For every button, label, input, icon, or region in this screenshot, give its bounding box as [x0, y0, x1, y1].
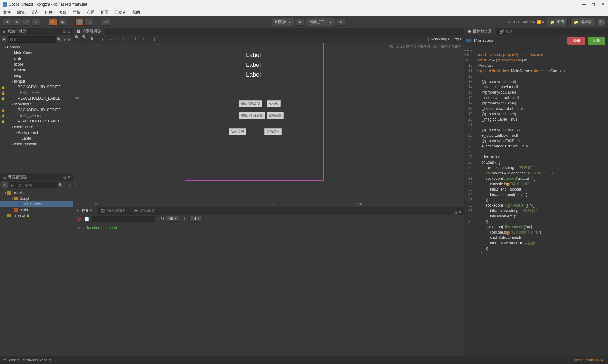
filter-icon[interactable]: ▾ [69, 183, 71, 187]
services-tab[interactable]: 🔗服务 [496, 28, 517, 35]
world-button[interactable]: 🌐 [75, 19, 84, 26]
3d-button[interactable]: 3D [102, 19, 110, 26]
regex-toggle[interactable]: 正则 [157, 216, 164, 221]
zoom-fit-icon[interactable]: 🔍 [89, 36, 96, 42]
collapse-icon[interactable]: ⟳ [67, 37, 71, 42]
scale-tool-button[interactable]: ⤢ [22, 19, 30, 26]
align-left-icon[interactable]: |⫞ [100, 36, 107, 42]
tree-item[interactable]: ctrscore [0, 67, 73, 73]
move-tool-button[interactable]: ✥ [3, 19, 11, 26]
anchor-center-button[interactable]: ⊕ [49, 19, 57, 26]
undo-button[interactable]: 撤销 [567, 37, 585, 45]
log-level-select[interactable]: All▾ [166, 216, 179, 222]
console-filter-input[interactable] [92, 216, 155, 222]
refresh-button[interactable]: ↻ [337, 19, 345, 26]
menu-project[interactable]: 项目 [58, 9, 68, 16]
preview-select[interactable]: 浏览器▾ [272, 18, 294, 26]
open-log-button[interactable]: 📄 [84, 216, 90, 222]
animation-tab[interactable]: 🎬动画编辑器 [97, 207, 130, 215]
tree-item[interactable]: ▾checkscore [0, 124, 73, 130]
menu-node[interactable]: 节点 [30, 9, 40, 16]
panel-pop-icon[interactable]: ⧉ [63, 175, 66, 179]
search-icon[interactable]: 🔍 [58, 183, 63, 187]
maximize-button[interactable]: ◻ [591, 2, 596, 7]
code-editor[interactable]: 1 2 3 4 5 6 7 8 9 10 11 12 13 14 15 16 1… [464, 46, 608, 356]
tree-item[interactable]: ▾Canvas [0, 44, 73, 50]
preview-tab[interactable]: 🎮游戏预览 [130, 207, 159, 215]
close-button[interactable]: ✕ [600, 2, 605, 7]
code-body[interactable]: const {ccclass, property} = cc._decorato… [475, 46, 608, 356]
align-vcenter-icon[interactable]: ⊢ [133, 36, 140, 42]
scene-widget[interactable]: 填输入改正分数 [239, 112, 265, 119]
text-size-icon[interactable]: T [181, 216, 187, 222]
tree-item[interactable]: ▾assets [0, 190, 73, 196]
distribute-h-icon[interactable]: || [152, 36, 158, 42]
menu-layout[interactable]: 布局 [86, 9, 96, 16]
tree-item[interactable]: ▸checkctrscore [0, 141, 73, 147]
tree-item[interactable]: score [0, 61, 73, 67]
hierarchy-search-input[interactable] [8, 36, 56, 43]
sort-icon[interactable]: ↕ [65, 183, 67, 187]
align-right-icon[interactable]: ⫞| [115, 36, 121, 42]
panel-menu-icon[interactable]: ≡ [68, 29, 70, 34]
anchor-local-button[interactable]: ◉ [58, 19, 66, 26]
scene-widget[interactable]: 填输入玩家ID [239, 100, 262, 107]
panel-menu-icon[interactable]: ≡ [68, 175, 70, 179]
scene-label[interactable]: Label [246, 61, 261, 68]
align-hcenter-icon[interactable]: ⫞|⫞ [108, 36, 114, 42]
menu-file[interactable]: 文件 [2, 9, 12, 16]
scene-tab[interactable]: 🖼场景编辑器 [73, 27, 105, 35]
align-bottom-icon[interactable]: ⊥ [141, 36, 147, 42]
scene-view[interactable]: 使用鼠标右键平移视窗焦点，使用滚轮缩放视图 Label Label Label … [73, 43, 464, 207]
align-top-icon[interactable]: ⊤ [126, 36, 132, 42]
tree-item[interactable]: 🔒BACKGROUND_SPRITE [0, 107, 73, 113]
panel-pop-icon[interactable]: ⧉ [454, 210, 457, 215]
tree-item[interactable]: Main Camera [0, 50, 73, 56]
tree-item[interactable]: 🔒PLACEHOLDER_LABEL [0, 118, 73, 124]
project-button[interactable]: 📁 项目 [547, 18, 568, 26]
scene-widget[interactable]: 直测分数 [267, 112, 284, 119]
rotate-tool-button[interactable]: ⟲ [13, 19, 21, 26]
scene-label[interactable]: Label [246, 52, 261, 59]
local-button[interactable]: ⬚ [85, 19, 93, 26]
tree-item[interactable]: 🔒TEXT_LABEL [0, 90, 73, 96]
minimize-button[interactable]: — [581, 2, 586, 7]
tree-item[interactable]: ▾idinput [0, 78, 73, 84]
assets-search-input[interactable] [9, 182, 57, 188]
menu-help[interactable]: 帮助 [131, 9, 141, 16]
tree-item[interactable]: main [0, 207, 73, 213]
tree-item[interactable]: 🔒PLACEHOLDER_LABEL [0, 96, 73, 101]
filter-icon[interactable]: ▾ [64, 37, 66, 42]
tree-item[interactable]: ▸internal🔒 [0, 213, 73, 218]
panel-pop-icon[interactable]: ⧉ [63, 29, 66, 34]
menu-component[interactable]: 组件 [44, 9, 54, 16]
zoom-in-icon[interactable]: 🔍+ [82, 36, 88, 42]
tree-item[interactable]: msg [0, 73, 73, 78]
menu-extension[interactable]: 扩展 [99, 9, 110, 16]
camera-icon[interactable]: 📷 ▾ [454, 37, 462, 41]
tree-item[interactable]: 🔒TEXT_LABEL [0, 113, 73, 118]
help-button[interactable]: ? [598, 19, 605, 26]
rendering-select[interactable]: Rendering ▾ [431, 37, 450, 41]
tree-item-selected[interactable]: MainScene [0, 201, 73, 207]
tree-item[interactable]: ▾scoreinput [0, 101, 73, 107]
font-size-select[interactable]: 14▾ [189, 216, 203, 222]
console-tab[interactable]: ›_控制台 [73, 207, 97, 215]
scene-widget[interactable]: 点分数 [267, 100, 281, 107]
clear-console-button[interactable]: 🚫 [75, 216, 82, 222]
tree-item[interactable]: state [0, 56, 73, 61]
tree-item[interactable]: ▾Background [0, 130, 73, 135]
tree-item[interactable]: 🔒BACKGROUND_SPRITE [0, 84, 73, 90]
panel-menu-icon[interactable]: ≡ [459, 210, 461, 215]
properties-tab[interactable]: ⚙属性检查器 [464, 28, 496, 35]
add-asset-button[interactable]: + [2, 182, 8, 188]
menu-developer[interactable]: 开发者 [113, 9, 127, 16]
scene-widget[interactable]: 我们点吗 [229, 128, 246, 135]
menu-edit[interactable]: 编辑 [16, 9, 26, 16]
apply-button[interactable]: 应用 [588, 37, 605, 45]
current-open-select[interactable]: 当前打开...▾ [306, 18, 335, 26]
distribute-v-icon[interactable]: = [159, 36, 165, 42]
editor-button[interactable]: 📁 编辑器 [570, 18, 595, 26]
tree-item[interactable]: Label [0, 135, 73, 141]
search-icon[interactable]: 🔍 [57, 37, 62, 42]
